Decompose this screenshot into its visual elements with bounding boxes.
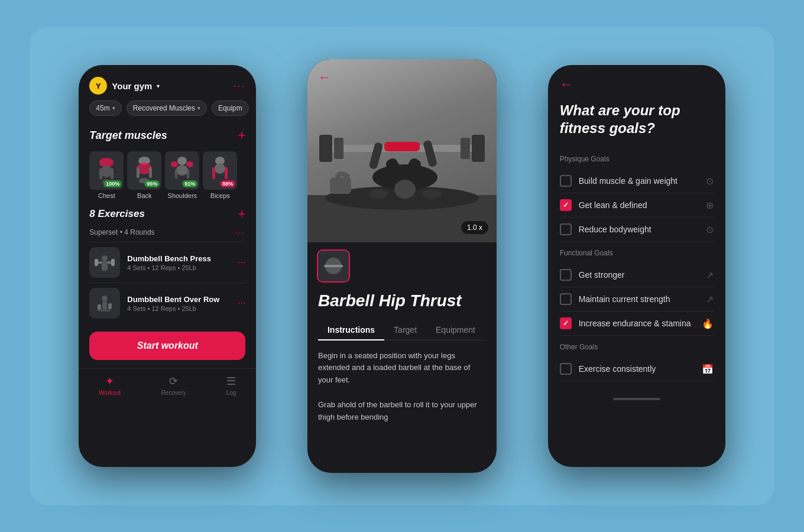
functional-goals-section: Functional Goals Get stronger ↗ Maintain… [548, 249, 725, 343]
add-exercise-button[interactable]: + [238, 206, 245, 222]
add-muscle-button[interactable]: + [238, 128, 245, 143]
muscle-chest[interactable]: 100% Chest [89, 151, 124, 199]
exercise-item-1[interactable]: Dumbbell Bench Press 4 Sets • 12 Reps • … [89, 242, 245, 283]
shoulders-label: Shoulders [168, 192, 197, 199]
exercise-info-2: Dumbbell Bent Over Row 4 Sets • 12 Reps … [127, 295, 231, 312]
svg-point-11 [171, 161, 178, 167]
muscle-shoulders[interactable]: 91% Shoulders [165, 151, 199, 199]
instructions-p2: Grab ahold of the barbell to roll it to … [318, 399, 486, 424]
svg-rect-22 [111, 259, 115, 266]
svg-point-44 [369, 189, 388, 199]
svg-rect-7 [137, 167, 140, 178]
phone3-header: ← What are your top fitness goals? [548, 65, 725, 155]
shoulders-badge: 91% [182, 180, 197, 187]
muscle-biceps-figure: 88% [203, 151, 237, 190]
svg-point-43 [394, 180, 416, 199]
exercise-image [307, 59, 497, 242]
exercise-menu-icon-1[interactable]: ··· [238, 257, 245, 268]
biceps-label: Biceps [210, 192, 230, 199]
goal-get-stronger[interactable]: Get stronger ↗ [560, 263, 714, 287]
gym-avatar: Y [89, 77, 107, 95]
goal-get-lean-checkbox[interactable]: ✓ [560, 199, 572, 211]
filter-row: 45m ▾ Recovered Muscles ▾ Equipm [79, 100, 256, 123]
goal-build-muscle[interactable]: Build muscle & gain weight ⊙ [560, 169, 714, 193]
exercise-detail-content: Barbell Hip Thrust Instructions Target E… [307, 283, 497, 423]
goal-build-muscle-icon: ⊙ [706, 176, 714, 187]
goal-increase-endurance[interactable]: ✓ Increase endurance & stamina 🔥 [560, 312, 714, 336]
exercises-section: 8 Exercises + Superset • 4 Rounds ··· [79, 206, 256, 323]
svg-rect-36 [461, 138, 470, 159]
exercise-meta-1: 4 Sets • 12 Reps • 25Lb [127, 264, 231, 271]
svg-rect-21 [95, 259, 98, 266]
biceps-badge: 88% [220, 180, 235, 187]
exercises-count: 8 Exercises [89, 208, 145, 220]
goal-consistently-checkbox[interactable] [560, 363, 572, 375]
svg-point-13 [176, 165, 188, 176]
muscles-row: 100% Chest 95% Back [79, 148, 256, 206]
goal-reduce-bodyweight[interactable]: Reduce bodyweight ⊙ [560, 218, 714, 242]
zoom-badge: 1.0 x [461, 221, 488, 234]
goal-build-muscle-checkbox[interactable] [560, 175, 572, 187]
goal-exercise-consistently[interactable]: Exercise consistently 📅 [560, 357, 714, 381]
goal-endurance-checkbox[interactable]: ✓ [560, 317, 572, 329]
start-workout-button[interactable]: Start workout [89, 332, 245, 360]
goal-maintain-strength[interactable]: Maintain current strength ↗ [560, 287, 714, 312]
gym-name: Your gym [112, 81, 152, 91]
back-button-exercise[interactable]: ← [318, 70, 331, 85]
checkmark-endurance: ✓ [563, 319, 569, 327]
filter-muscles-label: Recovered Muscles [133, 104, 195, 112]
goal-maintain-checkbox[interactable] [560, 293, 572, 305]
svg-point-10 [177, 157, 187, 165]
exercise-item-2[interactable]: Dumbbell Bent Over Row 4 Sets • 12 Reps … [89, 283, 245, 323]
target-muscles-header: Target muscles + [79, 123, 256, 148]
goal-consistently-left: Exercise consistently [560, 363, 656, 375]
goal-reduce-checkbox[interactable] [560, 223, 572, 235]
superset-menu-icon[interactable]: ··· [235, 228, 246, 237]
log-nav-icon: ☰ [226, 375, 236, 388]
chest-label: Chest [98, 192, 115, 199]
exercise-name-1: Dumbbell Bench Press [127, 254, 231, 263]
svg-point-45 [422, 189, 441, 199]
exercise-title: Barbell Hip Thrust [318, 291, 486, 311]
goal-stronger-label: Get stronger [579, 270, 625, 280]
goal-get-lean-label: Get lean & defined [579, 200, 647, 210]
back-button-goals[interactable]: ← [560, 77, 714, 92]
filter-chip-duration[interactable]: 45m ▾ [89, 100, 121, 116]
svg-rect-49 [324, 265, 343, 267]
phone-workout: Y Your gym ▾ ··· 45m ▾ Recovered Muscles… [79, 65, 256, 467]
recovery-nav-icon: ⟳ [169, 375, 178, 388]
svg-point-12 [186, 161, 193, 167]
exercise-thumb-selected[interactable] [317, 249, 350, 283]
back-label: Back [137, 192, 151, 199]
nav-log-label: Log [226, 390, 236, 396]
exercise-menu-icon-2[interactable]: ··· [238, 298, 245, 309]
nav-workout[interactable]: ✦ Workout [99, 375, 121, 396]
goal-reduce-left: Reduce bodyweight [560, 223, 651, 235]
goal-consistently-icon: 📅 [702, 364, 714, 375]
other-goals-section: Other Goals Exercise consistently 📅 [548, 343, 725, 388]
muscle-biceps[interactable]: 88% Biceps [203, 151, 237, 199]
filter-chip-equipment[interactable]: Equipm [212, 100, 249, 116]
tab-instructions[interactable]: Instructions [318, 320, 384, 340]
filter-chip-muscles[interactable]: Recovered Muscles ▾ [127, 100, 207, 116]
goal-stronger-left: Get stronger [560, 269, 625, 281]
svg-rect-15 [187, 169, 189, 179]
tab-equipment[interactable]: Equipment [426, 320, 485, 340]
superset-label: Superset • 4 Rounds [89, 228, 154, 236]
scroll-indicator [613, 398, 660, 400]
goal-maintain-label: Maintain current strength [579, 294, 670, 304]
back-badge: 95% [144, 180, 160, 187]
svg-point-17 [215, 163, 225, 174]
goal-get-lean[interactable]: ✓ Get lean & defined ⊕ [560, 193, 714, 218]
gym-selector[interactable]: Y Your gym ▾ [89, 77, 160, 95]
tab-target[interactable]: Target [384, 320, 426, 340]
exercise-thumb-1 [89, 247, 120, 278]
goal-stronger-checkbox[interactable] [560, 269, 572, 281]
muscle-back[interactable]: 95% Back [127, 151, 161, 199]
goal-maintain-left: Maintain current strength [560, 293, 670, 305]
target-muscles-title: Target muscles [89, 129, 167, 142]
nav-recovery[interactable]: ⟳ Recovery [161, 375, 186, 396]
menu-icon[interactable]: ··· [233, 80, 245, 92]
nav-log[interactable]: ☰ Log [226, 375, 236, 396]
other-section-title: Other Goals [560, 343, 714, 351]
